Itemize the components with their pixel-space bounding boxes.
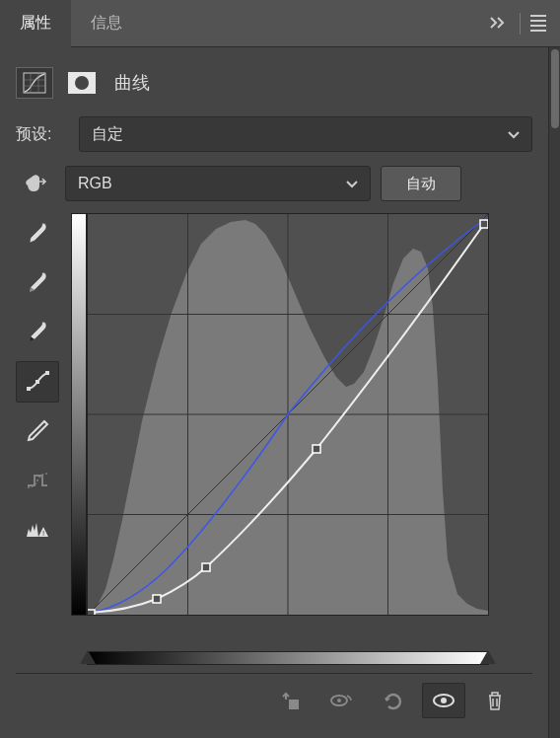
adjustment-title: 曲线 <box>110 71 150 95</box>
svg-text:!: ! <box>42 529 44 538</box>
input-gradient[interactable] <box>87 651 489 665</box>
preset-label: 预设: <box>16 124 69 145</box>
white-point-slider[interactable] <box>480 650 496 664</box>
channel-value: RGB <box>78 175 112 192</box>
layer-mask-icon[interactable] <box>63 67 101 99</box>
auto-button[interactable]: 自动 <box>381 166 461 201</box>
eyedropper-white-icon[interactable] <box>16 312 59 353</box>
preset-select[interactable]: 自定 <box>79 116 532 152</box>
output-gradient <box>71 213 87 616</box>
separator <box>520 13 521 35</box>
curves-adjustment-icon[interactable] <box>16 67 53 99</box>
adjustment-header: 曲线 <box>16 59 532 116</box>
scroll-thumb[interactable] <box>551 49 559 128</box>
reset-icon[interactable] <box>371 683 414 718</box>
eyedropper-gray-icon[interactable] <box>16 262 59 304</box>
black-point-slider[interactable] <box>80 650 96 664</box>
preset-value: 自定 <box>92 124 123 145</box>
svg-rect-20 <box>480 220 488 228</box>
svg-rect-21 <box>289 700 299 709</box>
panel-content: 曲线 预设: 自定 RGB <box>0 47 560 738</box>
svg-rect-6 <box>35 380 39 384</box>
chevron-down-icon <box>346 177 358 191</box>
svg-rect-7 <box>45 371 49 375</box>
chevron-down-icon <box>508 127 520 142</box>
properties-panel: 属性 信息 曲线 <box>0 0 560 738</box>
tab-properties[interactable]: 属性 <box>0 0 71 47</box>
graph-wrap <box>71 213 532 665</box>
clip-to-layer-icon[interactable] <box>268 683 312 718</box>
grid-lines <box>88 214 488 615</box>
curve-point-tool-icon[interactable] <box>16 361 59 403</box>
scrollbar[interactable] <box>548 47 560 738</box>
toggle-visibility-icon[interactable] <box>422 683 465 718</box>
histogram-clip-warning-icon[interactable]: ! <box>16 509 59 551</box>
targeted-adjustment-icon[interactable] <box>16 172 55 195</box>
channel-row: RGB 自动 <box>16 166 532 201</box>
svg-rect-19 <box>313 445 320 453</box>
panel-menu-icon[interactable] <box>528 13 548 34</box>
pencil-tool-icon[interactable] <box>16 410 59 452</box>
curves-editor: ! <box>16 213 532 665</box>
curves-graph[interactable] <box>87 213 489 616</box>
tool-column: ! <box>16 213 61 665</box>
svg-rect-5 <box>27 387 31 391</box>
view-previous-state-icon[interactable] <box>319 683 363 718</box>
collapse-icon[interactable] <box>486 12 512 36</box>
delete-icon[interactable] <box>473 683 517 718</box>
svg-rect-18 <box>202 563 210 571</box>
svg-point-23 <box>337 699 341 702</box>
channel-select[interactable]: RGB <box>65 166 371 201</box>
svg-rect-16 <box>88 610 95 615</box>
svg-rect-17 <box>153 595 161 603</box>
smooth-tool-icon <box>16 460 59 501</box>
tab-info[interactable]: 信息 <box>71 0 142 47</box>
svg-rect-0 <box>24 73 45 93</box>
eyedropper-black-icon[interactable] <box>16 213 59 255</box>
svg-point-25 <box>441 698 447 703</box>
preset-row: 预设: 自定 <box>16 116 532 152</box>
tab-bar: 属性 信息 <box>0 0 560 47</box>
panel-footer <box>16 673 532 726</box>
